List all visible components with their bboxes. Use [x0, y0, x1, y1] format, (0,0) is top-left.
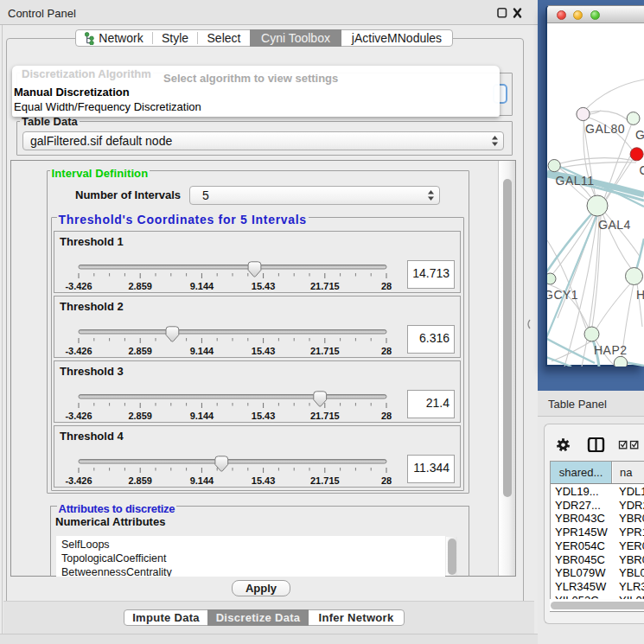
svg-text:15.43: 15.43: [252, 410, 276, 420]
svg-text:HAP2: HAP2: [594, 343, 628, 357]
svg-text:28: 28: [381, 345, 392, 355]
svg-text:28: 28: [381, 410, 392, 420]
svg-text:-3.426: -3.426: [65, 345, 92, 355]
svg-text:21.715: 21.715: [310, 280, 340, 290]
svg-text:2.859: 2.859: [128, 345, 152, 355]
svg-text:28: 28: [381, 475, 392, 485]
svg-text:9.144: 9.144: [190, 410, 214, 420]
svg-text:21.715: 21.715: [310, 475, 340, 485]
svg-text:28: 28: [381, 280, 392, 290]
svg-text:15.43: 15.43: [252, 475, 276, 485]
svg-text:G: G: [635, 128, 644, 142]
svg-text:21.715: 21.715: [310, 345, 340, 355]
svg-text:-3.426: -3.426: [65, 475, 92, 485]
svg-text:2.859: 2.859: [128, 410, 152, 420]
svg-text:H: H: [636, 288, 644, 302]
svg-text:GAL11: GAL11: [556, 174, 595, 188]
svg-text:2.859: 2.859: [128, 280, 152, 290]
svg-text:9.144: 9.144: [190, 280, 214, 290]
svg-text:-3.426: -3.426: [65, 280, 92, 290]
svg-text:15.43: 15.43: [252, 345, 276, 355]
svg-text:GAL4: GAL4: [598, 218, 631, 232]
svg-text:C: C: [640, 163, 644, 177]
svg-text:-3.426: -3.426: [65, 410, 92, 420]
svg-text:15.43: 15.43: [252, 280, 276, 290]
svg-text:2.859: 2.859: [128, 475, 152, 485]
svg-text:9.144: 9.144: [190, 475, 214, 485]
svg-text:9.144: 9.144: [190, 345, 214, 355]
svg-text:GCY1: GCY1: [547, 288, 578, 302]
svg-text:21.715: 21.715: [310, 410, 340, 420]
svg-text:GAL80: GAL80: [585, 122, 625, 136]
